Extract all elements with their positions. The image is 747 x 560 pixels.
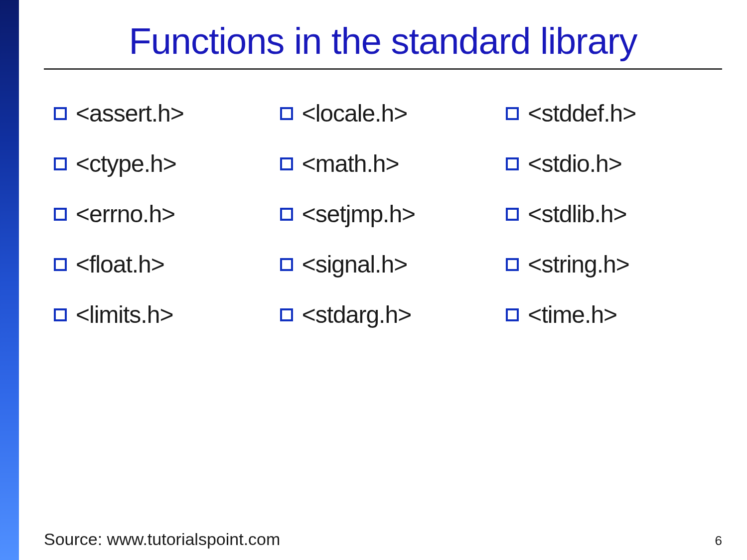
slide-footer: Source: www.tutorialspoint.com 6 bbox=[44, 530, 722, 549]
square-bullet-icon bbox=[506, 107, 519, 120]
header-text: <float.h> bbox=[76, 251, 164, 278]
square-bullet-icon bbox=[54, 208, 67, 221]
list-item: <string.h> bbox=[506, 251, 722, 278]
list-item: <ctype.h> bbox=[54, 150, 270, 177]
square-bullet-icon bbox=[280, 208, 293, 221]
square-bullet-icon bbox=[280, 258, 293, 271]
list-item: <stdlib.h> bbox=[506, 200, 722, 228]
square-bullet-icon bbox=[280, 157, 293, 170]
square-bullet-icon bbox=[54, 258, 67, 271]
list-item: <stddef.h> bbox=[506, 100, 722, 127]
column-3: <stddef.h> <stdio.h> <stdlib.h> <string.… bbox=[506, 100, 722, 351]
source-citation: Source: www.tutorialspoint.com bbox=[44, 530, 280, 549]
slide-title: Functions in the standard library bbox=[44, 20, 722, 70]
header-text: <assert.h> bbox=[76, 100, 184, 127]
header-text: <stdlib.h> bbox=[528, 200, 626, 228]
square-bullet-icon bbox=[280, 107, 293, 120]
header-text: <string.h> bbox=[528, 251, 629, 278]
header-text: <time.h> bbox=[528, 301, 617, 328]
list-item: <stdio.h> bbox=[506, 150, 722, 177]
header-text: <ctype.h> bbox=[76, 150, 176, 177]
header-text: <stdarg.h> bbox=[302, 301, 412, 328]
header-text: <locale.h> bbox=[302, 100, 408, 127]
page-number: 6 bbox=[715, 533, 722, 549]
square-bullet-icon bbox=[280, 308, 293, 321]
header-text: <stddef.h> bbox=[528, 100, 636, 127]
header-text: <stdio.h> bbox=[528, 150, 621, 177]
list-item: <errno.h> bbox=[54, 200, 270, 228]
square-bullet-icon bbox=[54, 107, 67, 120]
list-item: <stdarg.h> bbox=[280, 301, 496, 328]
square-bullet-icon bbox=[506, 258, 519, 271]
list-item: <time.h> bbox=[506, 301, 722, 328]
square-bullet-icon bbox=[506, 308, 519, 321]
list-item: <assert.h> bbox=[54, 100, 270, 127]
columns-container: <assert.h> <ctype.h> <errno.h> <float.h>… bbox=[44, 100, 722, 351]
slide-content: Functions in the standard library <asser… bbox=[19, 0, 747, 560]
header-text: <setjmp.h> bbox=[302, 200, 415, 228]
list-item: <setjmp.h> bbox=[280, 200, 496, 228]
column-2: <locale.h> <math.h> <setjmp.h> <signal.h… bbox=[280, 100, 496, 351]
header-text: <errno.h> bbox=[76, 200, 175, 228]
header-text: <math.h> bbox=[302, 150, 399, 177]
list-item: <float.h> bbox=[54, 251, 270, 278]
list-item: <limits.h> bbox=[54, 301, 270, 328]
square-bullet-icon bbox=[54, 308, 67, 321]
header-text: <limits.h> bbox=[76, 301, 173, 328]
square-bullet-icon bbox=[506, 208, 519, 221]
square-bullet-icon bbox=[54, 157, 67, 170]
left-gradient-bar bbox=[0, 0, 19, 560]
list-item: <signal.h> bbox=[280, 251, 496, 278]
column-1: <assert.h> <ctype.h> <errno.h> <float.h>… bbox=[54, 100, 270, 351]
square-bullet-icon bbox=[506, 157, 519, 170]
list-item: <math.h> bbox=[280, 150, 496, 177]
header-text: <signal.h> bbox=[302, 251, 408, 278]
list-item: <locale.h> bbox=[280, 100, 496, 127]
